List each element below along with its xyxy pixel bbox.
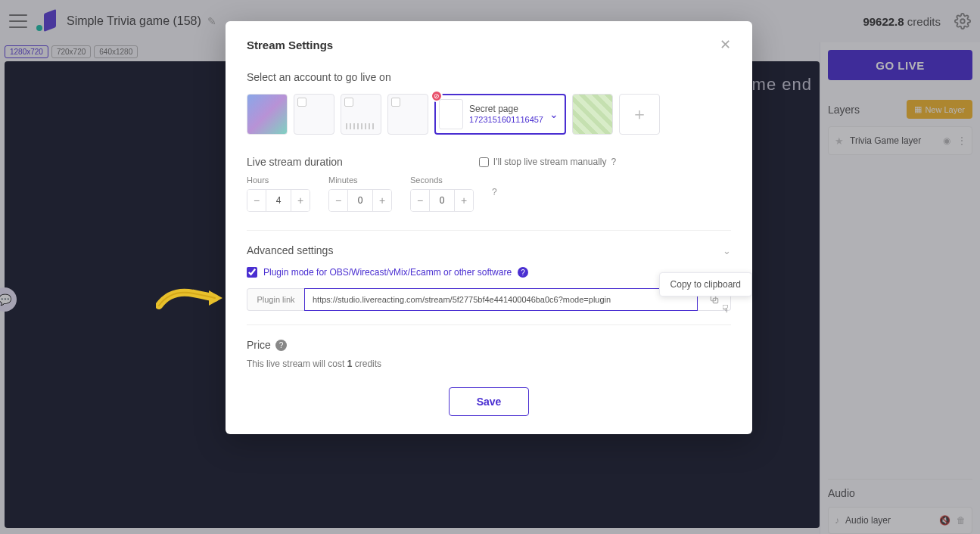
plugin-link-label: Plugin link xyxy=(247,288,304,311)
account-thumbnail[interactable] xyxy=(572,94,613,135)
advanced-settings-label: Advanced settings xyxy=(247,244,333,256)
account-thumbnail[interactable] xyxy=(247,94,288,135)
hours-stepper: − + xyxy=(247,189,310,212)
price-label: Price xyxy=(247,339,271,351)
account-selected[interactable]: ⊘ Secret page 1723151601116457 ⌄ xyxy=(434,94,566,135)
increment-button[interactable]: + xyxy=(455,190,473,211)
add-account-button[interactable]: ＋ xyxy=(619,94,660,135)
increment-button[interactable]: + xyxy=(291,190,310,211)
account-list: ⊘ Secret page 1723151601116457 ⌄ ＋ xyxy=(247,94,731,135)
chevron-down-icon[interactable]: ⌄ xyxy=(723,245,731,256)
annotation-arrow xyxy=(156,284,224,312)
divider xyxy=(247,230,731,231)
duration-label: Live stream duration xyxy=(247,156,343,168)
account-id: 1723151601116457 xyxy=(469,115,543,125)
seconds-stepper: − + xyxy=(410,189,474,212)
plugin-link-input[interactable] xyxy=(304,288,698,311)
decrement-button[interactable]: − xyxy=(247,190,266,211)
divider xyxy=(247,324,731,325)
increment-button[interactable]: + xyxy=(373,190,391,211)
plugin-mode-input[interactable] xyxy=(247,267,257,278)
hours-label: Hours xyxy=(247,175,310,185)
help-icon[interactable]: ? xyxy=(518,267,528,278)
account-mini-thumb xyxy=(439,99,463,129)
close-icon[interactable]: ✕ xyxy=(720,36,731,53)
minutes-stepper: − + xyxy=(328,189,392,212)
select-account-label: Select an account to go live on xyxy=(247,71,731,83)
account-thumbnail[interactable] xyxy=(294,94,334,135)
plugin-mode-text: Plugin mode for OBS/Wirecast/vMix/Ecamm … xyxy=(263,267,512,278)
save-button[interactable]: Save xyxy=(449,387,530,416)
hours-input[interactable] xyxy=(266,190,291,211)
seconds-input[interactable] xyxy=(429,190,455,211)
account-thumbnail[interactable] xyxy=(387,94,428,135)
minutes-label: Minutes xyxy=(328,175,392,185)
stream-settings-modal: Stream Settings ✕ Select an account to g… xyxy=(226,21,752,434)
seconds-label: Seconds xyxy=(410,175,474,185)
decrement-button[interactable]: − xyxy=(329,190,347,211)
help-icon[interactable]: ? xyxy=(611,157,617,167)
copy-tooltip: Copy to clipboard xyxy=(659,272,752,296)
modal-title: Stream Settings xyxy=(247,39,333,51)
chevron-down-icon[interactable]: ⌄ xyxy=(549,108,558,120)
minutes-input[interactable] xyxy=(347,190,373,211)
price-text: This live stream will cost 1 credits xyxy=(247,359,731,369)
manual-stop-checkbox[interactable]: I'll stop live stream manually ? xyxy=(479,157,616,167)
account-name: Secret page xyxy=(469,104,543,114)
help-icon[interactable]: ? xyxy=(492,187,497,197)
cursor-icon: ☟ xyxy=(722,303,729,315)
help-icon[interactable]: ? xyxy=(275,340,287,351)
account-thumbnail[interactable] xyxy=(341,94,381,135)
manual-stop-text: I'll stop live stream manually xyxy=(493,157,607,167)
manual-stop-input[interactable] xyxy=(479,157,489,167)
decrement-button[interactable]: − xyxy=(411,190,429,211)
